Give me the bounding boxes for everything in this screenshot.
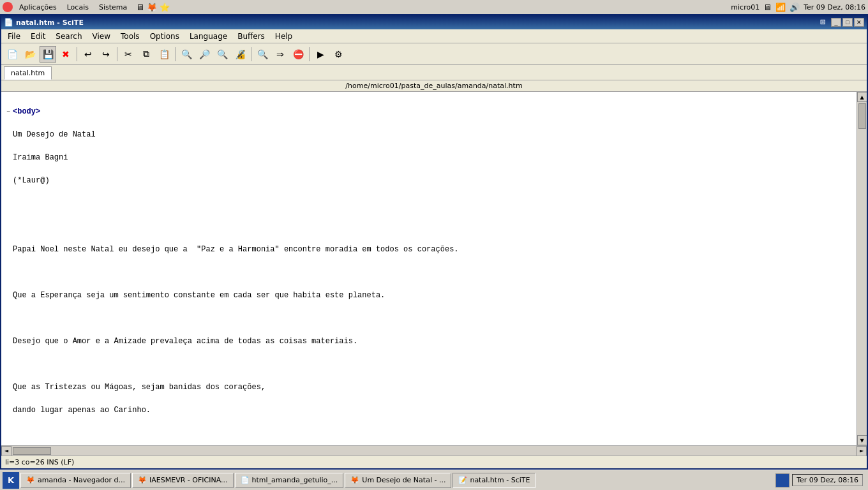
scroll-right-button[interactable]: ►	[857, 446, 867, 456]
window-title: natal.htm - SciTE	[16, 19, 84, 27]
copy-button[interactable]: ⧉	[138, 46, 154, 63]
menu-buffers[interactable]: Buffers	[232, 31, 270, 42]
app-icon	[3, 2, 13, 12]
system-bar-left: Aplicações Locais Sistema 🖥 🦊 ⭐	[3, 2, 170, 13]
taskbar-icon-3: 🦊	[350, 476, 359, 484]
menu-help[interactable]: Help	[270, 31, 297, 42]
status-text: li=3 co=26 INS (LF)	[5, 458, 74, 466]
compile-button[interactable]: ▶	[312, 46, 329, 63]
scroll-thumb-h[interactable]	[13, 447, 51, 455]
replace-button[interactable]: 🔏	[232, 46, 248, 63]
title-bar: 📄 natal.htm - SciTE ⊞ _ □ ✕	[1, 15, 867, 29]
scrollbar-horizontal: ◄ ►	[1, 445, 867, 456]
editor-content[interactable]: −<body> Um Desejo de Natal Iraima Bagni …	[1, 92, 857, 445]
find-button[interactable]: 🔍	[178, 46, 195, 63]
window-icon: 📄	[4, 18, 13, 27]
taskbar-item-0[interactable]: 🦊 amanda - Navegador d...	[20, 473, 131, 488]
new-button[interactable]: 📄	[4, 46, 20, 63]
build-button[interactable]: ⚙	[330, 46, 347, 63]
taskbar-right: Ter 09 Dez, 08:16	[775, 473, 865, 487]
editor-line: Que a Esperança seja um sentimento const…	[6, 290, 851, 301]
fold-marker	[6, 361, 10, 368]
sep1	[77, 47, 77, 61]
editor-line: (*Laur@)	[6, 175, 851, 186]
path-bar: /home/micro01/pasta_de_aulas/amanda/nata…	[1, 80, 867, 92]
scroll-thumb-v[interactable]	[858, 103, 866, 129]
star-icon: ⭐	[160, 3, 170, 12]
system-menu[interactable]: Sistema	[95, 2, 131, 13]
fold-marker	[6, 154, 10, 161]
editor-line: Um Desejo de Natal	[6, 129, 851, 140]
fold-marker	[6, 177, 10, 184]
goto-button[interactable]: ⇒	[272, 46, 288, 63]
taskbar-item-2[interactable]: 📄 html_amanda_getulio_...	[235, 473, 344, 488]
tab-natal[interactable]: natal.htm	[4, 66, 52, 80]
places-menu[interactable]: Locais	[63, 2, 93, 13]
menu-tools[interactable]: Tools	[116, 31, 145, 42]
undo-button[interactable]: ↩	[80, 46, 96, 63]
find-next-button[interactable]: 🔍	[214, 46, 230, 63]
monitor-icon: 🖥	[136, 3, 144, 12]
system-bar: Aplicações Locais Sistema 🖥 🦊 ⭐ micro01 …	[0, 0, 868, 14]
file-path: /home/micro01/pasta_de_aulas/amanda/nata…	[345, 82, 522, 90]
scroll-track-h[interactable]	[11, 447, 857, 456]
taskbar-item-4[interactable]: 📝 natal.htm - SciTE	[453, 473, 535, 488]
editor-line	[6, 221, 851, 232]
scroll-down-button[interactable]: ▼	[857, 435, 867, 445]
network-icon: 🖥	[763, 3, 772, 12]
menu-language[interactable]: Language	[184, 31, 232, 42]
paste-button[interactable]: 📋	[156, 46, 172, 63]
sound-icon: 🔊	[789, 3, 800, 12]
system-bar-right: micro01 🖥 📶 🔊 Ter 09 Dez, 08:16	[731, 3, 865, 12]
minimize-button[interactable]: _	[831, 18, 841, 27]
fold-marker	[6, 292, 10, 299]
sep3	[175, 47, 176, 61]
menu-search[interactable]: Search	[50, 31, 87, 42]
fold-marker[interactable]: −	[6, 108, 10, 115]
editor-line	[6, 198, 851, 209]
save-button[interactable]: 💾	[40, 46, 56, 63]
fold-marker	[6, 430, 10, 437]
taskbar-label-0: amanda - Navegador d...	[38, 476, 125, 484]
menu-edit[interactable]: Edit	[26, 31, 50, 42]
editor-area: −<body> Um Desejo de Natal Iraima Bagni …	[1, 92, 867, 445]
taskbar-label-2: html_amanda_getulio_...	[252, 476, 338, 484]
editor-line	[6, 359, 851, 370]
apps-menu[interactable]: Aplicações	[15, 2, 61, 13]
scroll-track-v[interactable]	[858, 102, 867, 435]
taskbar-item-3[interactable]: 🦊 Um Desejo de Natal - ...	[345, 473, 451, 488]
menu-file[interactable]: File	[3, 31, 26, 42]
tab-bar: natal.htm	[1, 65, 867, 80]
editor-line: Papai Noel neste Natal eu desejo que a "…	[6, 244, 851, 255]
taskbar: K 🦊 amanda - Navegador d... 🦊 IAESMEVR -…	[0, 470, 868, 490]
maximize-button[interactable]: □	[842, 18, 853, 27]
code-tag: <body>	[13, 107, 40, 116]
fold-marker	[6, 384, 10, 391]
editor-line: Que as Tristezas ou Mágoas, sejam banida…	[6, 382, 851, 393]
fold-marker	[6, 200, 10, 207]
sep4	[251, 47, 251, 61]
editor-line	[6, 267, 851, 278]
main-window: 📄 natal.htm - SciTE ⊞ _ □ ✕ File Edit Se…	[0, 14, 868, 470]
find-files-button[interactable]: 🔍	[254, 46, 271, 63]
close-button[interactable]: ✕	[854, 18, 864, 27]
redo-button[interactable]: ↪	[98, 46, 114, 63]
scroll-left-button[interactable]: ◄	[1, 446, 11, 456]
cut-button[interactable]: ✂	[120, 46, 137, 63]
menu-options[interactable]: Options	[145, 31, 184, 42]
taskbar-icon-4: 📝	[458, 476, 467, 484]
menu-view[interactable]: View	[87, 31, 116, 42]
close-file-button[interactable]: ✖	[57, 46, 74, 63]
editor-line	[6, 313, 851, 324]
taskbar-clock: Ter 09 Dez, 08:16	[792, 474, 863, 486]
open-button[interactable]: 📂	[22, 46, 38, 63]
stop-button[interactable]: ⛔	[290, 46, 306, 63]
start-button[interactable]: K	[3, 472, 19, 489]
status-bar: li=3 co=26 INS (LF)	[1, 456, 867, 468]
scroll-up-button[interactable]: ▲	[857, 92, 867, 102]
fold-marker	[6, 315, 10, 322]
sep5	[309, 47, 310, 61]
taskbar-item-1[interactable]: 🦊 IAESMEVR - OFICINA...	[132, 473, 233, 488]
find-prev-button[interactable]: 🔎	[196, 46, 213, 63]
editor-line: Desejo que o Amor e a Amizade prevaleça …	[6, 336, 851, 347]
